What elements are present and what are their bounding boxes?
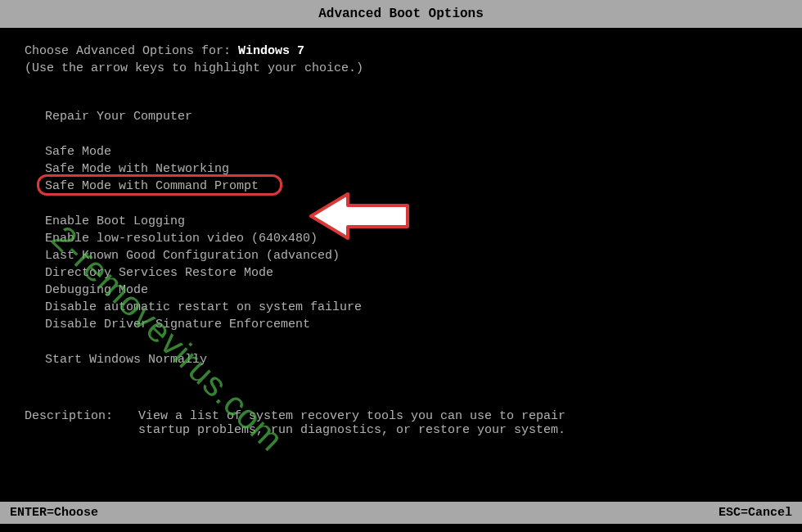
menu-item-repair-computer[interactable]: Repair Your Computer — [45, 108, 777, 125]
menu-item-safe-mode-command-prompt[interactable]: Safe Mode with Command Prompt — [45, 178, 259, 195]
menu-item-safe-mode[interactable]: Safe Mode — [45, 143, 777, 160]
title-bar: Advanced Boot Options — [0, 0, 802, 28]
os-name: Windows 7 — [238, 44, 304, 58]
menu-item-start-normally[interactable]: Start Windows Normally — [45, 351, 777, 368]
arrow-key-instruction: (Use the arrow keys to highlight your ch… — [25, 61, 777, 75]
arrow-left-icon — [303, 187, 417, 245]
header-line: Choose Advanced Options for: Windows 7 — [25, 44, 777, 58]
description-text: View a list of system recovery tools you… — [138, 409, 580, 437]
status-esc: ESC=Cancel — [719, 506, 792, 520]
content-area: Choose Advanced Options for: Windows 7 (… — [0, 28, 802, 437]
status-bar: ENTER=Choose ESC=Cancel — [0, 502, 802, 524]
header-prefix: Choose Advanced Options for: — [25, 44, 238, 58]
menu-group-normal: Start Windows Normally — [25, 351, 777, 368]
description-section: Description: View a list of system recov… — [25, 409, 777, 437]
arrow-annotation — [303, 187, 417, 249]
highlight-annotation — [37, 174, 282, 196]
menu-item-disable-driver-signature[interactable]: Disable Driver Signature Enforcement — [45, 316, 777, 333]
status-enter: ENTER=Choose — [10, 506, 98, 520]
menu-item-debugging-mode[interactable]: Debugging Mode — [45, 282, 777, 299]
menu-item-last-known-good[interactable]: Last Known Good Configuration (advanced) — [45, 247, 777, 264]
menu-item-directory-services-restore[interactable]: Directory Services Restore Mode — [45, 264, 777, 282]
description-label: Description: — [25, 409, 131, 423]
menu-item-disable-auto-restart[interactable]: Disable automatic restart on system fail… — [45, 299, 777, 316]
menu-group-repair: Repair Your Computer — [25, 108, 777, 125]
svg-marker-0 — [311, 194, 408, 238]
